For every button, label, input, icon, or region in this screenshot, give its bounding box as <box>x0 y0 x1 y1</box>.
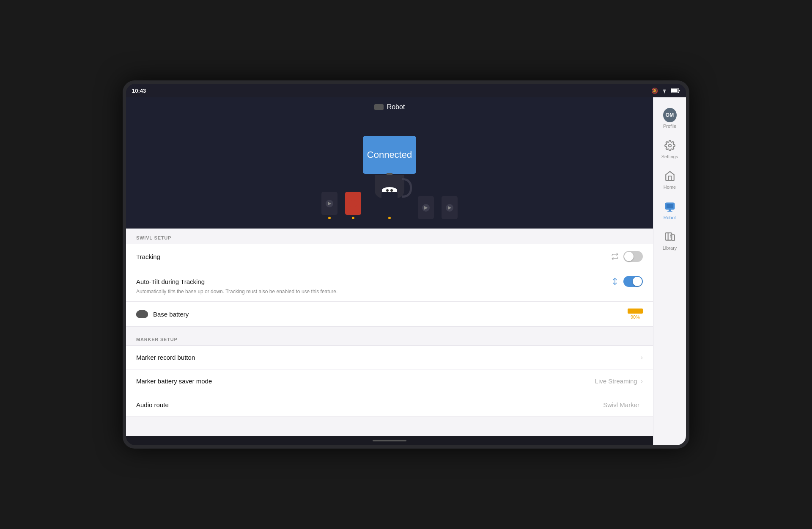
auto-tilt-toggle-thumb <box>633 277 642 286</box>
auto-tilt-main: Auto-Tilt during Tracking <box>136 276 643 287</box>
home-bar-pill <box>373 440 406 441</box>
sidebar-home-label: Home <box>664 185 676 190</box>
robot-screen: Connected <box>363 136 416 174</box>
sidebar-item-settings[interactable]: Settings <box>653 134 686 164</box>
auto-tilt-toggle[interactable] <box>623 276 643 287</box>
auto-tilt-updown-icon <box>611 278 619 285</box>
marker-2-arrow <box>349 200 357 207</box>
sidebar-library-label: Library <box>663 245 677 251</box>
tablet-frame: 10:43 🔕 <box>123 80 689 449</box>
marker-2-body <box>345 192 361 215</box>
tracking-label: Tracking <box>136 253 611 260</box>
profile-avatar-icon: OM <box>663 108 677 122</box>
marker-record-row[interactable]: Marker record button › <box>126 346 653 369</box>
tracking-toggle[interactable] <box>623 251 643 262</box>
status-time: 10:43 <box>132 88 146 94</box>
status-bar: 10:43 🔕 <box>126 84 686 97</box>
library-icon <box>663 230 677 244</box>
wifi-icon <box>661 88 668 94</box>
marker-5: ▶ <box>442 196 458 219</box>
marker-1-dot <box>328 217 331 219</box>
robot-title-icon <box>374 104 384 110</box>
swivl-setup-header: SWIVL SETUP <box>126 229 653 244</box>
marker-battery-saver-value: Live Streaming <box>595 377 637 385</box>
content-area: Robot Connected <box>126 97 653 445</box>
sidebar-item-profile[interactable]: OM Profile <box>653 103 686 134</box>
sidebar-nav: OM Profile Settings <box>653 97 686 445</box>
sidebar-profile-label: Profile <box>663 124 676 129</box>
marker-record-chevron: › <box>641 354 643 361</box>
robot-visualization: Robot Connected <box>126 97 653 229</box>
marker-3-body <box>381 192 398 215</box>
tablet-inner: 10:43 🔕 <box>126 84 686 445</box>
robot-nav-icon <box>663 200 677 213</box>
svg-point-5 <box>668 144 671 147</box>
sidebar-item-library[interactable]: Library <box>653 225 686 256</box>
sidebar-item-home[interactable]: Home <box>653 164 686 195</box>
settings-panel: SWIVL SETUP Tracking <box>126 229 653 436</box>
svg-point-0 <box>664 92 665 93</box>
home-bar <box>126 436 653 445</box>
marker-setup-header: MARKER SETUP <box>126 330 653 346</box>
mute-icon: 🔕 <box>651 88 658 94</box>
auto-tilt-label: Auto-Tilt during Tracking <box>136 278 611 285</box>
marker-2 <box>345 192 361 219</box>
base-battery-label: Base battery <box>153 311 628 318</box>
marker-record-label: Marker record button <box>136 354 641 361</box>
tracking-row: Tracking <box>126 244 653 269</box>
marker-battery-saver-label: Marker battery saver mode <box>136 377 595 385</box>
marker-1-body: ▶ <box>321 192 337 215</box>
auto-tilt-row: Auto-Tilt during Tracking Automatically … <box>126 269 653 302</box>
robot-scene: Connected <box>126 111 653 229</box>
robot-title-bar: Robot <box>374 103 405 111</box>
auto-tilt-sublabel: Automatically tilts the base up or down.… <box>136 289 337 295</box>
audio-route-value: Swivl Marker <box>603 401 639 408</box>
base-battery-icon <box>136 310 148 318</box>
sidebar-item-robot[interactable]: Robot <box>653 195 686 225</box>
connected-label: Connected <box>367 149 412 160</box>
status-battery-icon <box>671 88 680 93</box>
svg-rect-7 <box>667 204 673 208</box>
marker-5-arrow: ▶ <box>446 204 453 212</box>
tracking-sync-icon <box>611 253 619 260</box>
battery-bar <box>628 309 643 314</box>
marker-battery-saver-row[interactable]: Marker battery saver mode Live Streaming… <box>126 369 653 393</box>
profile-avatar: OM <box>663 108 677 122</box>
marker-4-body: ▶ <box>418 196 434 219</box>
marker-4-arrow: ▶ <box>422 204 430 212</box>
marker-1-arrow: ▶ <box>326 200 333 207</box>
svg-rect-2 <box>671 89 678 92</box>
svg-rect-3 <box>679 90 680 91</box>
marker-battery-saver-chevron: › <box>641 377 643 385</box>
marker-3-dot <box>388 217 391 219</box>
sidebar-robot-label: Robot <box>664 215 676 220</box>
main-layout: Robot Connected <box>126 97 686 445</box>
marker-3 <box>381 192 398 219</box>
audio-route-label: Audio route <box>136 401 603 408</box>
audio-route-row[interactable]: Audio route Swivl Marker <box>126 393 653 417</box>
robot-title-text: Robot <box>387 103 405 111</box>
base-battery-row: Base battery 90% <box>126 302 653 327</box>
sidebar-settings-label: Settings <box>661 154 678 159</box>
marker-1: ▶ <box>321 192 337 219</box>
svg-rect-9 <box>667 211 672 212</box>
battery-indicator: 90% <box>628 309 643 320</box>
markers-row: ▶ <box>321 192 458 219</box>
tracking-toggle-thumb <box>624 252 634 261</box>
marker-4: ▶ <box>418 196 434 219</box>
battery-percent: 90% <box>631 314 640 320</box>
profile-initials: OM <box>666 112 674 118</box>
status-icons: 🔕 <box>651 88 680 94</box>
marker-5-body: ▶ <box>442 196 458 219</box>
settings-icon <box>663 139 677 152</box>
marker-2-dot <box>352 217 354 219</box>
home-icon <box>663 169 677 183</box>
